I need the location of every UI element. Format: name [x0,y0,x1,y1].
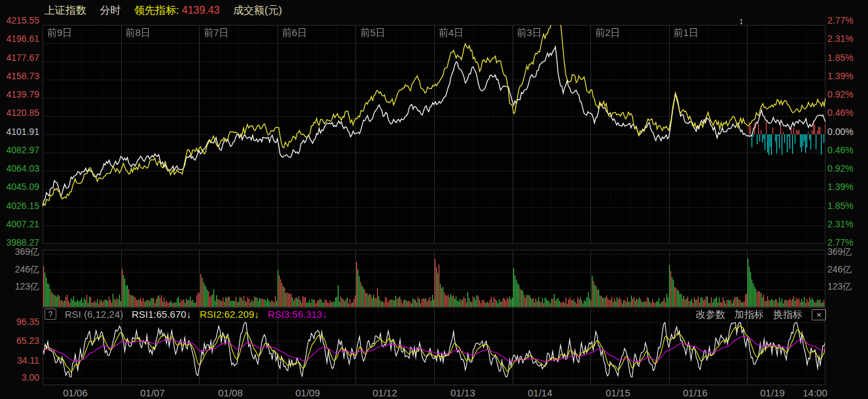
panel-resize-handle-icon[interactable]: ↕ [739,16,744,26]
percent-axis-label: 1.39% [827,181,854,193]
price-axis-label: 4082.97 [0,145,39,156]
stock-trading-app: { "header": { "symbol": "上证指数", "mode": … [0,0,868,399]
rsi1-value: RSI1:65.670↓ [132,309,191,320]
price-axis-label: 4045.09 [0,181,39,193]
date-label: 01/07 [140,387,165,398]
rsi-name-params: RSI (6,12,24) [65,309,123,320]
percent-axis-label: 0.00% [827,126,854,138]
chart-mode-label: 分时 [99,5,120,16]
volume-axis-label: 369亿 [827,246,852,257]
date-label: 01/08 [218,387,243,398]
day-label: 前8日 [126,27,151,39]
day-label: 前2日 [595,27,620,39]
percent-axis-label: 1.39% [827,71,854,82]
date-label: 01/06 [63,387,88,398]
volume-chart[interactable] [43,250,825,307]
percent-axis-label: 0.92% [827,89,854,100]
volume-axis-label: 123亿 [0,281,39,292]
lead-indicator-value: 4139.43 [182,5,220,16]
date-label: 01/16 [683,387,708,398]
date-label: 01/12 [372,387,397,398]
volume-axis-label: 246亿 [0,264,39,275]
change-params-button[interactable]: 改参数 [696,309,725,321]
percent-axis-label: 1.85% [827,52,854,64]
rsi-header: ? RSI (6,12,24) RSI1:65.670↓ RSI2:62.209… [45,309,327,320]
day-label: 前4日 [439,27,463,39]
percent-axis-label: 1.85% [827,200,854,212]
price-axis-label: 4215.55 [0,15,39,26]
day-label: 前1日 [674,27,698,39]
help-icon[interactable]: ? [45,309,56,320]
time-label: 14:00 [803,387,827,398]
rsi-axis-label: 96.35 [0,316,39,328]
chart-header: 上证指数 分时 领先指标: 4139.43 成交额(元) [45,4,293,18]
turnover-label: 成交额(元) [233,5,282,16]
date-label: 01/09 [295,387,320,398]
percent-axis-label: 0.92% [827,163,854,174]
date-label: 01/15 [606,387,630,398]
volume-axis-label: 123亿 [827,281,852,292]
percent-axis-label: 0.46% [827,145,854,156]
rsi-toolbar: 改参数 加指标 换指标 × [696,309,826,321]
volume-axis-label: 246亿 [827,264,852,275]
price-axis-label: 4139.79 [0,89,39,100]
day-label: 前5日 [360,27,385,39]
rsi-axis-label: 65.23 [0,335,39,347]
price-axis-label: 4064.03 [0,163,39,174]
day-label: 前7日 [204,27,228,39]
lead-indicator-label: 领先指标: [134,5,179,16]
percent-axis-label: 0.46% [827,107,854,119]
price-axis-label: 4026.15 [0,200,39,212]
close-indicator-icon[interactable]: × [812,309,826,320]
date-label: 01/19 [760,387,785,398]
price-axis-label: 4177.67 [0,52,39,64]
percent-axis-label: 2.31% [827,219,854,230]
price-axis-label: 4101.91 [0,126,39,138]
date-label: 01/14 [528,387,552,398]
switch-indicator-button[interactable]: 换指标 [773,309,803,321]
day-label: 前9日 [47,27,72,39]
date-label: 01/13 [450,387,475,398]
price-axis-label: 4158.73 [0,71,39,82]
symbol-name: 上证指数 [45,5,86,16]
rsi3-value: RSI3:56.313↓ [268,309,327,320]
rsi-axis-label: 3.00 [0,372,39,383]
percent-axis-label: 2.77% [827,15,854,26]
price-axis-label: 4196.61 [0,33,39,45]
volume-axis-label: 369亿 [0,246,39,257]
percent-axis-label: 2.31% [827,33,854,45]
day-label: 前6日 [282,27,307,39]
add-indicator-button[interactable]: 加指标 [734,309,764,321]
rsi2-value: RSI2:62.209↓ [200,309,259,320]
price-axis-label: 4120.85 [0,107,39,119]
rsi-axis-label: 34.11 [0,355,39,366]
main-intraday-chart[interactable] [43,25,825,244]
day-label: 前3日 [517,27,542,39]
price-axis-label: 4007.21 [0,219,39,230]
